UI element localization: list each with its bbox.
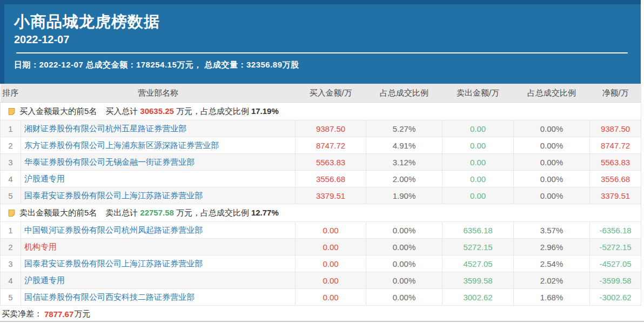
sell-section-header-row: 卖出金额最大的前5名卖出总计22757.58万元，占总成交比例12.77% <box>1 204 641 222</box>
section-total-label: 卖出总计 <box>105 208 138 217</box>
branch-name-link[interactable]: 中国银河证券股份有限公司杭州凤起路证券营业部 <box>21 222 296 239</box>
rank-cell: 4 <box>1 171 21 187</box>
branch-name-link[interactable]: 华泰证券股份有限公司无锡金融一街证券营业部 <box>21 154 296 171</box>
sell-pct-cell: 1.68% <box>514 289 590 306</box>
page-title: 小商品城龙虎榜数据 <box>14 12 641 31</box>
col-header-net: 净额/万 <box>590 84 641 103</box>
report-header: 小商品城龙虎榜数据 2022-12-07 日期：2022-12-07 总成交金额… <box>0 0 641 84</box>
sell-amount-cell: 3599.58 <box>442 272 514 289</box>
section-title: 卖出金额最大的前5名 <box>19 208 97 217</box>
buy-amount-cell: 0.00 <box>296 272 366 289</box>
col-header-buy-pct: 占总成交比例 <box>366 84 442 103</box>
buy-pct-cell: 3.12% <box>366 154 442 171</box>
sell-amount-cell: 5272.15 <box>442 239 514 255</box>
rank-cell: 2 <box>1 137 21 154</box>
sell-amount-cell: 6356.18 <box>442 222 514 239</box>
net-amount-cell: 3556.68 <box>590 171 641 187</box>
sell-amount-cell: 4527.05 <box>442 255 514 272</box>
net-amount-cell: -6356.18 <box>590 222 641 239</box>
net-amount-cell: -4527.05 <box>590 255 641 272</box>
sell-pct-cell: 0.00% <box>514 154 590 171</box>
buy-section-header-row: 买入金额最大的前5名买入总计30635.25万元，占总成交比例17.19% <box>1 103 641 120</box>
table-row: 5 国信证券股份有限公司西安科技二路证券营业部 0.00 0.00% 3002.… <box>1 289 641 306</box>
col-header-sell: 卖出金额/万 <box>442 84 514 103</box>
branch-name-link[interactable]: 国信证券股份有限公司西安科技二路证券营业部 <box>21 289 296 306</box>
branch-name-link[interactable]: 国泰君安证券股份有限公司上海江苏路证券营业部 <box>21 255 296 272</box>
net-diff-unit: 万元 <box>74 309 90 319</box>
sell-pct-cell: 3.57% <box>514 222 590 239</box>
sell-amount-cell: 0.00 <box>442 154 514 171</box>
branch-name-link[interactable]: 东方证券股份有限公司上海浦东新区源深路证券营业部 <box>21 137 296 154</box>
note-icon <box>8 107 15 117</box>
buy-pct-cell: 1.90% <box>366 187 442 204</box>
table-row: 1 湘财证券股份有限公司杭州五星路证券营业部 9387.50 5.27% 0.0… <box>1 120 641 137</box>
buy-pct-cell: 0.00% <box>366 239 442 255</box>
sell-amount-cell: 0.00 <box>442 171 514 187</box>
col-header-rank: 排序 <box>1 84 21 103</box>
branch-name-link[interactable]: 机构专用 <box>21 239 296 255</box>
rank-cell: 2 <box>1 239 21 255</box>
buy-pct-cell: 5.27% <box>366 120 442 137</box>
section-total-value: 30635.25 <box>140 106 174 116</box>
sell-amount-cell: 3002.62 <box>442 289 514 306</box>
note-icon <box>8 209 15 218</box>
rank-cell: 4 <box>1 272 21 289</box>
branch-name-link[interactable]: 沪股通专用 <box>21 272 296 289</box>
table-row: 4 沪股通专用 0.00 0.00% 3599.58 2.02% -3599.5… <box>1 272 641 289</box>
buy-amount-cell: 5563.83 <box>296 154 366 171</box>
section-total-mid: 万元，占总成交比例 <box>176 208 249 217</box>
buy-amount-cell: 0.00 <box>296 255 366 272</box>
sell-pct-cell: 0.00% <box>514 120 590 137</box>
buy-amount-cell: 3556.68 <box>296 171 366 187</box>
col-header-buy: 买入金额/万 <box>296 84 366 103</box>
rank-cell: 5 <box>1 187 21 204</box>
branch-name-link[interactable]: 湘财证券股份有限公司杭州五星路证券营业部 <box>21 120 296 137</box>
sell-pct-cell: 2.54% <box>514 255 590 272</box>
table-row: 4 沪股通专用 3556.68 2.00% 0.00 0.00% 3556.68 <box>1 171 641 187</box>
buy-amount-cell: 9387.50 <box>296 120 366 137</box>
section-title: 买入金额最大的前5名 <box>19 106 97 116</box>
rank-cell: 1 <box>1 222 21 239</box>
table-row: 5 国泰君安证券股份有限公司上海江苏路证券营业部 3379.51 1.90% 0… <box>1 187 641 204</box>
buy-pct-cell: 2.00% <box>366 171 442 187</box>
section-total-pct: 12.77% <box>251 208 279 217</box>
header-divider <box>16 52 628 53</box>
net-amount-cell: -5272.15 <box>590 239 641 255</box>
sell-amount-cell: 0.00 <box>442 120 514 137</box>
buy-pct-cell: 0.00% <box>366 255 442 272</box>
sell-pct-cell: 0.00% <box>514 171 590 187</box>
branch-name-link[interactable]: 沪股通专用 <box>21 171 296 187</box>
net-amount-cell: -3002.62 <box>590 289 641 306</box>
rank-cell: 3 <box>1 154 21 171</box>
sell-amount-cell: 0.00 <box>442 187 514 204</box>
section-total-label: 买入总计 <box>105 106 138 116</box>
table-row: 3 国泰君安证券股份有限公司上海江苏路证券营业部 0.00 0.00% 4527… <box>1 255 641 272</box>
buy-amount-cell: 0.00 <box>296 222 366 239</box>
buy-pct-cell: 0.00% <box>366 222 442 239</box>
sell-amount-cell: 0.00 <box>442 137 514 154</box>
net-diff-footer: 买卖净差：7877.67万元 <box>0 306 644 322</box>
section-total-value: 22757.58 <box>140 208 174 217</box>
net-amount-cell: 5563.83 <box>590 154 641 171</box>
branch-name-link[interactable]: 国泰君安证券股份有限公司上海江苏路证券营业部 <box>21 187 296 204</box>
net-amount-cell: 9387.50 <box>590 120 641 137</box>
rank-cell: 3 <box>1 255 21 272</box>
summary-bar: 日期：2022-12-07 总成交金额：178254.15万元， 总成交量：32… <box>14 60 641 70</box>
net-diff-label: 买卖净差： <box>2 309 42 319</box>
sell-pct-cell: 0.00% <box>514 137 590 154</box>
table-header-row: 排序 营业部名称 买入金额/万 占总成交比例 卖出金额/万 占总成交比例 净额/… <box>1 84 641 103</box>
section-total-pct: 17.19% <box>251 106 279 116</box>
buy-amount-cell: 8747.72 <box>296 137 366 154</box>
section-total-mid: 万元，占总成交比例 <box>176 106 249 116</box>
net-amount-cell: -3599.58 <box>590 272 641 289</box>
buy-amount-cell: 0.00 <box>296 239 366 255</box>
net-diff-value: 7877.67 <box>44 309 73 319</box>
table-row: 3 华泰证券股份有限公司无锡金融一街证券营业部 5563.83 3.12% 0.… <box>1 154 641 171</box>
buy-amount-cell: 3379.51 <box>296 187 366 204</box>
sell-pct-cell: 2.02% <box>514 272 590 289</box>
buy-section: 买入金额最大的前5名买入总计30635.25万元，占总成交比例17.19% 1 … <box>1 103 641 204</box>
buy-pct-cell: 0.00% <box>366 272 442 289</box>
net-amount-cell: 3379.51 <box>590 187 641 204</box>
table-row: 2 东方证券股份有限公司上海浦东新区源深路证券营业部 8747.72 4.91%… <box>1 137 641 154</box>
report-page: 小商品城龙虎榜数据 2022-12-07 日期：2022-12-07 总成交金额… <box>0 0 644 322</box>
